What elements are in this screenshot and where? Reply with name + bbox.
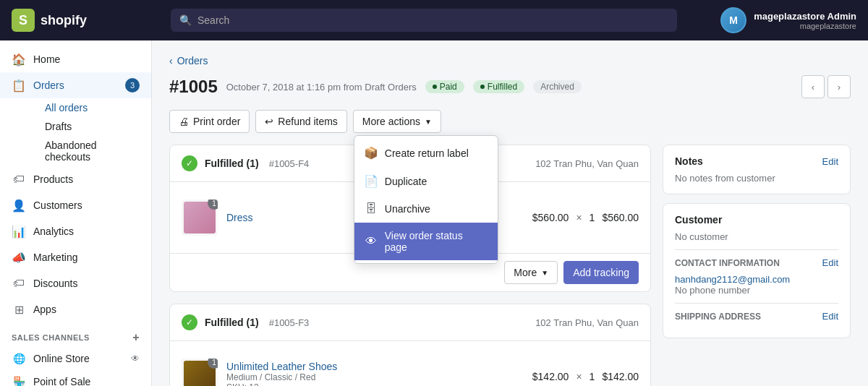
orders-badge: 3 xyxy=(125,78,140,93)
fulfillment-1-status: Fulfilled (1) xyxy=(205,158,259,169)
sidebar-sub-item-drafts[interactable]: Drafts xyxy=(33,117,151,136)
sidebar-nav: 🏠 Home 📋 Orders 3 All orders Drafts Aban… xyxy=(0,40,151,386)
item-multiplier: × xyxy=(576,212,582,223)
customer-card: Customer No customer CONTACT INFORMATION… xyxy=(663,203,851,338)
sidebar-item-products[interactable]: 🏷 Products xyxy=(0,166,151,192)
item-qty: 1 xyxy=(590,212,595,223)
avatar: M xyxy=(720,7,746,33)
sidebar-item-discounts[interactable]: 🏷 Discounts xyxy=(0,270,151,296)
fulfillment-1-id: #1005-F4 xyxy=(269,158,310,169)
item-total: $142.00 xyxy=(602,371,639,382)
add-tracking-button[interactable]: Add tracking xyxy=(563,261,639,284)
refund-icon: ↩ xyxy=(265,116,273,127)
contact-info-section: hanhdang2112@gmail.com No phone number xyxy=(675,274,838,296)
sidebar-label: Orders xyxy=(33,80,64,91)
divider xyxy=(675,303,838,304)
sidebar-item-home[interactable]: 🏠 Home xyxy=(0,46,151,72)
sidebar-item-orders[interactable]: 📋 Orders 3 xyxy=(0,72,151,98)
discounts-icon: 🏷 xyxy=(12,276,26,291)
online-store-icon: 🌐 xyxy=(12,351,26,366)
customer-header: Customer xyxy=(675,214,838,226)
order-number: #1005 xyxy=(169,77,218,97)
shipping-address-header: SHIPPING ADDRESS Edit xyxy=(675,311,838,322)
analytics-icon: 📊 xyxy=(12,224,26,239)
shipping-address-edit-button[interactable]: Edit xyxy=(822,311,838,322)
sidebar-item-pos[interactable]: 🏪 Point of Sale xyxy=(0,370,151,386)
sidebar-label: Customers xyxy=(33,200,82,211)
logo-area: S shopify xyxy=(12,9,156,32)
fulfilled-badge: Fulfilled xyxy=(473,80,524,93)
item-name[interactable]: Unlimited Leather Shoes xyxy=(226,361,337,372)
item-price: $560.00 xyxy=(532,212,569,223)
notes-edit-button[interactable]: Edit xyxy=(822,156,838,167)
breadcrumb[interactable]: ‹ Orders xyxy=(169,55,851,67)
item-sku: SKU: 13 xyxy=(226,382,337,386)
sidebar-item-apps[interactable]: ⊞ Apps xyxy=(0,296,151,322)
shopify-brand-name: shopify xyxy=(41,13,87,28)
duplicate-item[interactable]: 📄 Duplicate xyxy=(354,167,498,195)
home-icon: 🏠 xyxy=(12,52,26,67)
sidebar-label: Apps xyxy=(33,304,56,315)
main-content-area: ‹ Orders #1005 October 7, 2018 at 1:16 p… xyxy=(152,40,868,386)
sidebar-label: Marketing xyxy=(33,252,77,263)
notes-title: Notes xyxy=(675,155,703,167)
duplicate-icon: 📄 xyxy=(365,174,378,188)
contact-info-title: CONTACT INFORMATION xyxy=(675,258,780,268)
divider xyxy=(675,249,838,250)
apps-icon: ⊞ xyxy=(12,302,26,317)
fulfillment-card-2-header: ✓ Fulfilled (1) #1005-F3 102 Tran Phu, V… xyxy=(170,304,650,341)
print-icon: 🖨 xyxy=(179,116,189,127)
more-actions-dropdown: 📦 Create return label 📄 Duplicate 🗄 Unar… xyxy=(354,135,498,264)
prev-order-button[interactable]: ‹ xyxy=(801,75,825,98)
contact-info-header: CONTACT INFORMATION Edit xyxy=(675,257,838,268)
item-multiplier: × xyxy=(576,371,582,382)
more-button[interactable]: More ▼ xyxy=(504,261,558,284)
products-icon: 🏷 xyxy=(12,172,26,186)
unarchive-item[interactable]: 🗄 Unarchive xyxy=(354,195,498,223)
fulfillment-1-address: 102 Tran Phu, Van Quan xyxy=(535,158,639,169)
archived-badge: Archived xyxy=(533,80,582,93)
search-input[interactable] xyxy=(197,14,668,26)
view-status-icon: 👁 xyxy=(365,235,378,248)
search-bar[interactable]: 🔍 xyxy=(171,9,677,32)
fulfilled-check-icon: ✓ xyxy=(182,314,197,330)
more-actions-button[interactable]: More actions ▼ 📦 Create return label 📄 D… xyxy=(353,110,441,133)
marketing-icon: 📣 xyxy=(12,250,26,265)
user-area: M mageplazastore Admin mageplazastore xyxy=(720,7,856,33)
sidebar-item-analytics[interactable]: 📊 Analytics xyxy=(0,218,151,244)
print-order-button[interactable]: 🖨 Print order xyxy=(169,110,250,133)
customers-icon: 👤 xyxy=(12,198,26,213)
add-sales-channel-icon[interactable]: + xyxy=(132,331,140,344)
content-grid: ✓ Fulfilled (1) #1005-F4 102 Tran Phu, V… xyxy=(169,145,851,386)
sidebar-label: Discounts xyxy=(33,278,77,289)
fulfillment-2-address: 102 Tran Phu, Van Quan xyxy=(535,317,639,328)
fulfillment-card-2: ✓ Fulfilled (1) #1005-F3 102 Tran Phu, V… xyxy=(169,304,651,386)
contact-email[interactable]: hanhdang2112@gmail.com xyxy=(675,274,838,285)
sidebar-item-online-store[interactable]: 🌐 Online Store 👁 xyxy=(0,347,151,370)
user-name: mageplazastore Admin xyxy=(754,11,856,22)
right-panel: Notes Edit No notes from customer Custom… xyxy=(663,145,851,386)
view-order-status-item[interactable]: 👁 View order status page xyxy=(354,223,498,260)
sidebar-sub-item-abandoned[interactable]: Abandoned checkouts xyxy=(33,136,151,166)
notes-card: Notes Edit No notes from customer xyxy=(663,145,851,194)
fulfillment-card-2-body: 1 Unlimited Leather Shoes Medium / Class… xyxy=(170,341,650,386)
breadcrumb-arrow-icon: ‹ xyxy=(169,55,173,67)
next-order-button[interactable]: › xyxy=(827,75,851,98)
create-return-label-item[interactable]: 📦 Create return label xyxy=(354,139,498,167)
item-name[interactable]: Dress xyxy=(226,212,253,223)
shipping-address-title: SHIPPING ADDRESS xyxy=(675,312,761,322)
action-bar: 🖨 Print order ↩ Refund items More action… xyxy=(169,110,851,133)
pos-icon: 🏪 xyxy=(12,374,26,386)
eye-icon: 👁 xyxy=(131,353,140,364)
sidebar-item-marketing[interactable]: 📣 Marketing xyxy=(0,244,151,270)
sidebar-item-customers[interactable]: 👤 Customers xyxy=(0,192,151,218)
user-store: mageplazastore xyxy=(754,22,856,30)
fulfillment-2-status: Fulfilled (1) xyxy=(205,317,259,328)
breadcrumb-label: Orders xyxy=(177,55,208,67)
unarchive-icon: 🗄 xyxy=(365,202,378,215)
refund-items-button[interactable]: ↩ Refund items xyxy=(255,110,346,133)
customer-title: Customer xyxy=(675,214,722,226)
sidebar-sub-item-all-orders[interactable]: All orders xyxy=(33,98,151,117)
sales-channels-title: SALES CHANNELS + xyxy=(0,322,151,347)
contact-info-edit-button[interactable]: Edit xyxy=(822,257,838,268)
